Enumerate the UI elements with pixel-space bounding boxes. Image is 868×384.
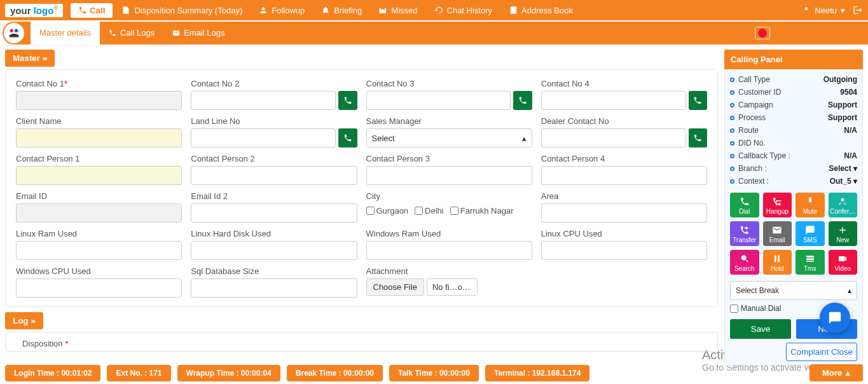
top-nav: your logo® Call Disposition Summary (Tod… (0, 0, 868, 20)
cp-select[interactable]: Out_5 ▾ (830, 177, 857, 186)
cp-row: Customer ID9504 (730, 86, 857, 99)
linux-hd-input[interactable] (191, 241, 357, 260)
label-dealer-contact: Dealer Contact No (541, 116, 707, 126)
sql-size-input[interactable] (191, 278, 357, 298)
cp-row: DID No. (730, 137, 857, 149)
footer-login-time: Login Time : 00:01:02 (5, 365, 100, 381)
win-cpu-input[interactable] (16, 278, 182, 298)
action-sms-button[interactable]: SMS (796, 221, 825, 246)
action-email-button[interactable]: Email (763, 221, 792, 246)
label-sales-manager: Sales Manager (366, 116, 532, 126)
log-toggle-button[interactable]: Log » (5, 312, 43, 329)
cp4-input[interactable] (541, 166, 707, 185)
dealer-contact-input[interactable] (541, 128, 686, 147)
label-email2: Email Id 2 (191, 191, 357, 201)
footer-terminal: Terminal : 192.168.1.174 (485, 365, 590, 381)
email2-input[interactable] (191, 203, 357, 223)
label-win-ram: Windows Ram Used (366, 229, 532, 238)
label-sql-size: Sql Database Size (191, 266, 357, 276)
dial-contact-4-button[interactable] (689, 91, 707, 110)
label-landline: Land Line No (191, 116, 357, 126)
master-form-panel: Contact No 1* Contact No 2 Contact No 3 … (5, 69, 718, 307)
cp-row: ProcessSupport (730, 111, 857, 124)
file-name-text: No fi…osen (427, 278, 478, 296)
tab-master-details[interactable]: Master details (31, 22, 100, 45)
win-ram-input[interactable] (366, 241, 532, 260)
label-linux-hd: Linux Hard Disk Used (191, 229, 357, 238)
tab-email-logs[interactable]: Email Logs (163, 22, 233, 45)
logo: your logo® (5, 4, 63, 17)
cp1-input[interactable] (16, 166, 182, 185)
dial-contact-2-button[interactable] (338, 91, 357, 110)
master-toggle-button[interactable]: Master » (5, 50, 55, 67)
nav-briefing[interactable]: Briefing (313, 2, 369, 19)
call-button[interactable]: Call (71, 3, 113, 18)
contact-1-input[interactable] (16, 91, 182, 110)
cp3-input[interactable] (366, 166, 532, 185)
dial-landline-button[interactable] (338, 128, 357, 147)
action-confer-button[interactable]: Confer… (829, 193, 858, 217)
linux-cpu-input[interactable] (541, 241, 707, 260)
contact-3-input[interactable] (366, 91, 511, 110)
action-mute-button[interactable]: Mute (796, 193, 825, 217)
label-attachment: Attachment (366, 266, 532, 276)
footer-break: Break Time : 00:00:00 (287, 365, 383, 381)
nav-chat-history[interactable]: Chat History (427, 2, 500, 19)
call-timer: 00 00 04 (750, 23, 868, 43)
chat-fab-button[interactable] (820, 303, 850, 333)
city-gurgaon-checkbox[interactable]: Gurgaon (366, 206, 409, 216)
label-linux-ram: Linux Ram Used (16, 229, 182, 238)
cp-select[interactable]: Select ▾ (829, 164, 857, 173)
break-select[interactable]: Select Break▴ (730, 281, 857, 300)
footer-more-button[interactable]: More▴ (809, 364, 863, 381)
city-delhi-checkbox[interactable]: Delhi (415, 206, 444, 216)
action-tms-button[interactable]: Tms (796, 250, 825, 275)
cp-row: CampaignSupport (730, 99, 857, 111)
tab-call-logs[interactable]: Call Logs (100, 22, 163, 45)
user-menu[interactable]: Neetu▾ (802, 6, 845, 15)
contact-4-input[interactable] (541, 91, 686, 110)
footer-talk: Talk Time : 00:00:00 (389, 365, 479, 381)
email-input[interactable] (16, 203, 182, 223)
label-disposition: Disposition * (16, 335, 74, 352)
label-linux-cpu: Linux CPU Used (541, 229, 707, 238)
client-name-input[interactable] (16, 128, 182, 147)
label-contact-1: Contact No 1* (16, 79, 182, 88)
choose-file-button[interactable]: Choose File (366, 278, 424, 296)
save-button[interactable]: Save (730, 319, 791, 339)
dial-dealer-button[interactable] (689, 128, 707, 147)
action-hold-button[interactable]: Hold (763, 250, 792, 275)
landline-input[interactable] (191, 128, 336, 147)
nav-followup[interactable]: Followup (251, 2, 312, 19)
action-hangup-button[interactable]: Hangup (763, 193, 792, 217)
label-win-cpu: Windows CPU Used (16, 266, 182, 276)
action-new-button[interactable]: New (829, 221, 858, 246)
action-transfer-button[interactable]: Transfer (730, 221, 759, 246)
contact-2-input[interactable] (191, 91, 336, 110)
record-icon (758, 29, 767, 38)
label-email: Email ID (16, 191, 182, 201)
nav-missed[interactable]: Missed (371, 2, 425, 19)
area-input[interactable] (541, 203, 707, 223)
action-search-button[interactable]: Search (730, 250, 759, 275)
footer-wrapup: Wrapup Time : 00:00:04 (177, 365, 280, 381)
cp-row: Call TypeOutgoing (730, 73, 857, 86)
footer-ext: Ext No. : 171 (107, 365, 170, 381)
linux-ram-input[interactable] (16, 241, 182, 260)
dial-contact-3-button[interactable] (513, 91, 532, 110)
sales-manager-select[interactable]: Select▴ (366, 128, 532, 147)
label-cp1: Contact Person 1 (16, 154, 182, 163)
action-dial-button[interactable]: Dial (730, 193, 759, 217)
cp2-input[interactable] (191, 166, 357, 185)
label-contact-2: Contact No 2 (191, 79, 357, 88)
complaint-close-button[interactable]: Complaint Close (786, 343, 857, 361)
nav-disposition-summary[interactable]: Disposition Summary (Today) (114, 2, 250, 19)
city-farrukh-checkbox[interactable]: Farrukh Nagar (450, 206, 514, 216)
logout-icon[interactable] (853, 5, 863, 15)
calling-panel-title: Calling Panel (724, 50, 863, 69)
action-video-button[interactable]: Video (829, 250, 858, 275)
label-cp2: Contact Person 2 (191, 154, 357, 163)
nav-address-book[interactable]: Address Book (501, 2, 581, 19)
cp-row: Branch :Select ▾ (730, 162, 857, 175)
label-cp3: Contact Person 3 (366, 154, 532, 163)
